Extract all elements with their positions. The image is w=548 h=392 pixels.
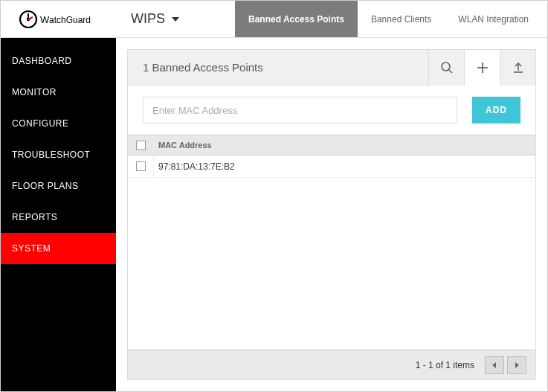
svg-marker-13 bbox=[492, 362, 496, 368]
section-dropdown[interactable]: WIPS bbox=[116, 1, 235, 37]
mac-address-input[interactable] bbox=[143, 97, 457, 123]
sidebar-item-reports[interactable]: REPORTS bbox=[1, 202, 116, 233]
upload-icon bbox=[512, 61, 525, 74]
search-icon bbox=[440, 61, 454, 74]
app-root: W atchGuard DASHBOARD MONITOR CONFIGURE … bbox=[0, 0, 548, 392]
panel-header: 1 Banned Access Points bbox=[128, 50, 535, 86]
sidebar-item-monitor[interactable]: MONITOR bbox=[1, 77, 116, 108]
watchguard-logo-icon: W atchGuard bbox=[18, 9, 100, 30]
select-all-checkbox[interactable] bbox=[136, 141, 146, 150]
svg-point-7 bbox=[442, 62, 450, 71]
chevron-right-icon bbox=[513, 362, 520, 369]
row-mac-value: 97:81:DA:13:7E:B2 bbox=[154, 161, 235, 172]
content: 1 Banned Access Points bbox=[116, 38, 547, 391]
add-row: ADD bbox=[128, 86, 535, 135]
table-header: MAC Address bbox=[128, 135, 535, 155]
sidebar-item-system[interactable]: SYSTEM bbox=[1, 233, 116, 264]
pagination-status: 1 - 1 of 1 items bbox=[416, 360, 474, 370]
table-footer: 1 - 1 of 1 items bbox=[128, 350, 535, 379]
plus-icon bbox=[476, 61, 489, 74]
sidebar-nav: DASHBOARD MONITOR CONFIGURE TROUBLESHOOT… bbox=[1, 38, 116, 264]
chevron-left-icon bbox=[491, 362, 498, 369]
sidebar-item-floor-plans[interactable]: FLOOR PLANS bbox=[1, 170, 116, 202]
next-page-button[interactable] bbox=[507, 356, 526, 374]
svg-text:atchGuard: atchGuard bbox=[49, 15, 91, 25]
table: MAC Address 97:81:DA:13:7E:B2 1 - 1 of 1… bbox=[128, 135, 535, 379]
sidebar-item-troubleshoot[interactable]: TROUBLESHOOT bbox=[1, 139, 116, 170]
svg-marker-14 bbox=[515, 362, 519, 368]
caret-down-icon bbox=[170, 13, 181, 25]
prev-page-button[interactable] bbox=[485, 356, 504, 374]
row-checkbox-cell[interactable] bbox=[128, 161, 153, 171]
section-label-text: WIPS bbox=[131, 11, 165, 27]
row-checkbox[interactable] bbox=[136, 161, 146, 171]
tab-banned-clients[interactable]: Banned Clients bbox=[358, 1, 445, 37]
upload-button[interactable] bbox=[500, 50, 535, 86]
search-button[interactable] bbox=[428, 50, 464, 86]
tab-wlan-integration[interactable]: WLAN Integration bbox=[445, 1, 542, 37]
sidebar-item-configure[interactable]: CONFIGURE bbox=[1, 108, 116, 139]
tab-banned-access-points[interactable]: Banned Access Points bbox=[235, 1, 358, 37]
select-all-cell[interactable] bbox=[128, 141, 153, 150]
table-body: 97:81:DA:13:7E:B2 bbox=[128, 155, 535, 350]
panel-title: 1 Banned Access Points bbox=[128, 61, 428, 74]
add-panel-button[interactable] bbox=[464, 50, 500, 86]
table-row[interactable]: 97:81:DA:13:7E:B2 bbox=[128, 155, 535, 178]
sidebar: W atchGuard DASHBOARD MONITOR CONFIGURE … bbox=[1, 1, 116, 391]
column-mac-address[interactable]: MAC Address bbox=[154, 141, 212, 150]
svg-marker-6 bbox=[172, 17, 179, 22]
topbar: WIPS Banned Access Points Banned Clients… bbox=[116, 1, 547, 38]
add-button[interactable]: ADD bbox=[472, 97, 520, 123]
main-area: WIPS Banned Access Points Banned Clients… bbox=[116, 1, 547, 391]
tabs: Banned Access Points Banned Clients WLAN… bbox=[235, 1, 547, 37]
panel: 1 Banned Access Points bbox=[127, 49, 536, 380]
sidebar-item-dashboard[interactable]: DASHBOARD bbox=[1, 45, 116, 77]
pager bbox=[485, 356, 526, 374]
brand-logo: W atchGuard bbox=[1, 1, 116, 38]
svg-line-8 bbox=[448, 69, 452, 73]
